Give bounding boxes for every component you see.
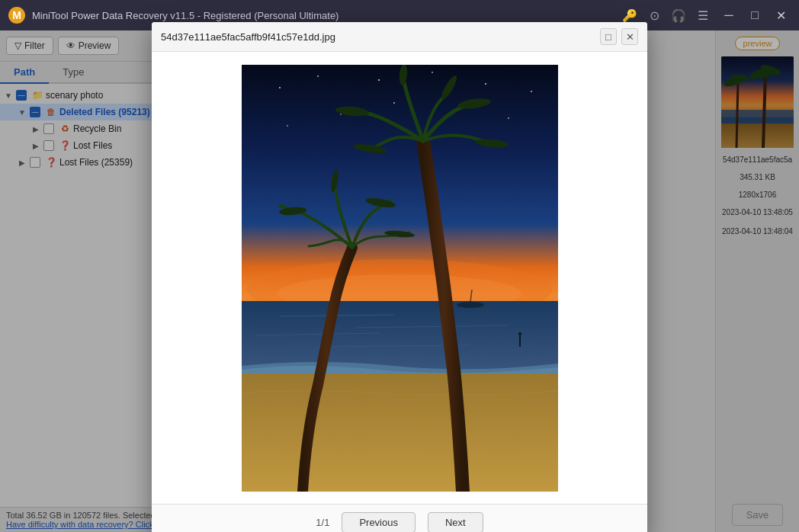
maximize-button[interactable]: □ [744,5,765,26]
svg-point-19 [531,91,532,92]
modal-footer: 1/1 Previous Next [152,504,647,532]
modal-page-info: 1/1 [316,517,329,528]
svg-text:M: M [12,9,21,21]
modal-close-button[interactable]: ✕ [621,28,638,45]
app-body: ▽ Filter 👁 Preview Path Type ▼ — 📁 scena… [0,30,799,532]
svg-point-20 [287,125,288,127]
modal-maximize-button[interactable]: □ [600,28,617,45]
svg-point-30 [457,302,484,308]
svg-point-15 [317,75,319,77]
modal-controls: □ ✕ [600,28,638,45]
key-icon[interactable]: 🔑 [622,8,637,23]
svg-point-22 [393,102,395,104]
svg-point-17 [432,72,433,73]
app-title: MiniTool Power Data Recovery v11.5 - Reg… [32,10,622,21]
svg-point-16 [378,79,380,81]
svg-point-18 [485,83,486,85]
svg-point-44 [518,332,521,335]
menu-icon[interactable]: ☰ [695,8,711,23]
window-controls: ─ □ ✕ [718,5,791,26]
svg-point-14 [279,87,281,88]
modal-overlay: 54d37e111ae5fac5affb9f41c57e1dd.jpg □ ✕ [0,30,799,532]
svg-point-21 [508,117,509,119]
app-logo: M [8,6,26,24]
previous-button[interactable]: Previous [342,512,416,532]
modal-filename: 54d37e111ae5fac5affb9f41c57e1dd.jpg [161,31,600,43]
minimize-button[interactable]: ─ [718,5,740,26]
image-preview-modal: 54d37e111ae5fac5affb9f41c57e1dd.jpg □ ✕ [152,22,647,532]
modal-image-area [152,52,647,504]
titlebar-icons: 🔑 ⊙ 🎧 ☰ [622,8,711,23]
headphones-icon[interactable]: 🎧 [671,8,686,23]
next-button[interactable]: Next [428,512,483,532]
circle-icon[interactable]: ⊙ [647,8,662,23]
modal-titlebar: 54d37e111ae5fac5affb9f41c57e1dd.jpg □ ✕ [152,22,647,52]
close-button[interactable]: ✕ [770,5,791,26]
